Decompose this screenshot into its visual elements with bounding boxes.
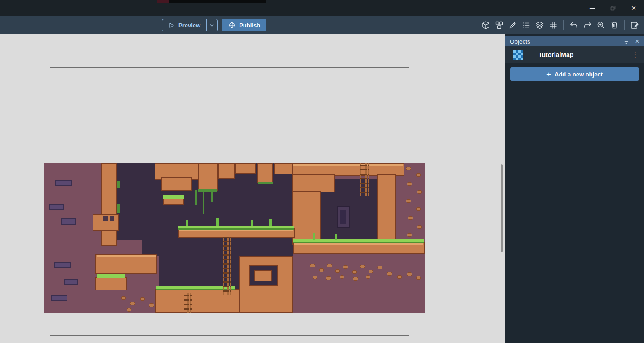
instances-list-icon[interactable]: [520, 19, 533, 32]
filter-icon[interactable]: [623, 38, 630, 45]
preview-options-button[interactable]: [206, 19, 217, 31]
toolbar-separator: [624, 20, 625, 30]
globe-icon: [228, 22, 235, 29]
trash-icon[interactable]: [608, 19, 621, 32]
window-controls: — ✕: [582, 0, 644, 16]
window-titlebar: — ✕: [0, 0, 644, 16]
add-object-label: Add a new object: [555, 71, 603, 78]
zoom-in-icon[interactable]: [594, 19, 607, 32]
publish-label: Publish: [239, 22, 260, 29]
gdevelop-window: — ✕ Preview: [0, 0, 644, 343]
scene-canvas[interactable]: [0, 34, 505, 343]
object-list-item-tutorialmap[interactable]: TutorialMap ⋮: [505, 46, 644, 63]
toolbar-separator: [563, 20, 564, 30]
chevron-down-icon: [209, 22, 215, 28]
restore-button[interactable]: [603, 0, 623, 16]
object-menu-icon[interactable]: ⋮: [632, 51, 639, 59]
restore-icon: [610, 5, 616, 11]
preview-split-button: Preview: [162, 19, 218, 31]
objects-panel-header: Objects ✕: [505, 36, 644, 46]
scrollbar-thumb[interactable]: [501, 164, 503, 252]
plus-icon: +: [546, 71, 551, 78]
publish-button[interactable]: Publish: [222, 19, 266, 31]
editor-toolbar: Preview Publish: [0, 16, 644, 34]
close-panel-icon[interactable]: ✕: [635, 38, 640, 45]
titlebar-strip-accent: [157, 0, 169, 3]
object-groups-icon[interactable]: [493, 19, 506, 32]
play-icon: [168, 22, 175, 29]
redo-icon[interactable]: [581, 19, 594, 32]
edit-properties-icon[interactable]: [628, 19, 641, 32]
object-name: TutorialMap: [538, 51, 573, 58]
objects-panel-title: Objects: [510, 38, 623, 45]
preview-label: Preview: [178, 22, 200, 29]
undo-icon[interactable]: [567, 19, 580, 32]
toolbar-icon-group: [479, 16, 641, 34]
layers-icon[interactable]: [533, 19, 546, 32]
tilemap-thumbnail-icon: [513, 50, 523, 60]
pencil-icon[interactable]: [506, 19, 519, 32]
add-object-button[interactable]: + Add a new object: [510, 67, 639, 81]
objects-panel: Objects ✕: [505, 34, 644, 343]
close-button[interactable]: ✕: [623, 0, 644, 16]
objects-panel-body: [505, 85, 644, 343]
objects-3d-box-icon[interactable]: [479, 19, 492, 32]
canvas-vertical-scrollbar[interactable]: [500, 34, 503, 343]
titlebar-strip: [157, 0, 266, 3]
grid-icon[interactable]: [546, 19, 560, 32]
tilemap-instance[interactable]: [44, 163, 425, 313]
preview-button[interactable]: Preview: [162, 19, 206, 31]
minimize-button[interactable]: —: [582, 0, 603, 16]
